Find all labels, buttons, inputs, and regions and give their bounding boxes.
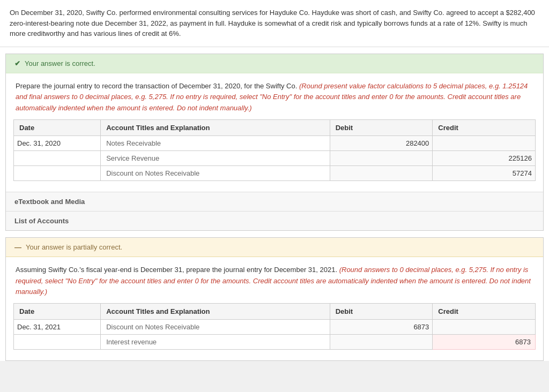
- s2-row1-account-cell[interactable]: [101, 320, 330, 335]
- list-accounts-label[interactable]: List of Accounts: [6, 211, 543, 230]
- s2-col-header-credit: Credit: [433, 304, 536, 320]
- section2-block: — Your answer is partially correct. Assu…: [5, 237, 544, 361]
- section2-status-text: Your answer is partially correct.: [26, 243, 122, 251]
- table-row: 6873: [14, 335, 536, 350]
- s2-row2-account-cell[interactable]: [101, 335, 330, 350]
- problem-statement: On December 31, 2020, Swifty Co. perform…: [0, 0, 549, 47]
- section1-block: ✔ Your answer is correct. Prepare the jo…: [5, 54, 544, 231]
- col-header-debit: Debit: [330, 119, 433, 135]
- row3-date: [14, 165, 101, 180]
- row3-account-input[interactable]: [104, 168, 327, 178]
- row2-account-input[interactable]: [104, 153, 327, 163]
- row1-account-cell[interactable]: [101, 135, 330, 150]
- section2-status-bar: — Your answer is partially correct.: [6, 238, 543, 257]
- partial-icon: —: [14, 243, 21, 251]
- row3-credit-cell: 57274: [433, 165, 536, 180]
- row1-debit-cell: 282400: [330, 135, 433, 150]
- s2-col-header-debit: Debit: [330, 304, 433, 320]
- row1-date: Dec. 31, 2020: [14, 135, 101, 150]
- table-row: 225126: [14, 150, 536, 165]
- etextbook-label[interactable]: eTextbook and Media: [6, 192, 543, 211]
- s2-row1-account-input[interactable]: [104, 322, 327, 332]
- table-row: Dec. 31, 2020 282400: [14, 135, 536, 150]
- row2-date: [14, 150, 101, 165]
- section2-journal-table: Date Account Titles and Explanation Debi…: [13, 303, 536, 350]
- correct-icon: ✔: [14, 59, 20, 67]
- list-accounts-row[interactable]: List of Accounts: [6, 211, 543, 230]
- table-row: 57274: [14, 165, 536, 180]
- s2-row1-debit-cell: 6873: [330, 320, 433, 335]
- row1-account-input[interactable]: [104, 138, 327, 148]
- section1-instruction-plain: Prepare the journal entry to record the …: [16, 82, 297, 90]
- section2-instruction-plain: Assuming Swifty Co.'s fiscal year-end is…: [16, 266, 337, 274]
- page-container: On December 31, 2020, Swifty Co. perform…: [0, 0, 549, 361]
- section1-status-bar: ✔ Your answer is correct.: [6, 54, 543, 73]
- col-header-account: Account Titles and Explanation: [101, 119, 330, 135]
- row3-account-cell[interactable]: [101, 165, 330, 180]
- s2-col-header-account: Account Titles and Explanation: [101, 304, 330, 320]
- s2-row1-credit-cell: [433, 320, 536, 335]
- row3-debit-cell: [330, 165, 433, 180]
- section1-instructions: Prepare the journal entry to record the …: [6, 73, 543, 119]
- s2-row2-date: [14, 335, 101, 350]
- section1-journal-table: Date Account Titles and Explanation Debi…: [13, 119, 536, 181]
- row1-credit-cell: [433, 135, 536, 150]
- col-header-date: Date: [14, 119, 101, 135]
- s2-row2-account-input[interactable]: [104, 337, 327, 347]
- section2-instructions: Assuming Swifty Co.'s fiscal year-end is…: [6, 257, 543, 303]
- section1-status-text: Your answer is correct.: [25, 59, 95, 67]
- etextbook-row[interactable]: eTextbook and Media: [6, 192, 543, 211]
- section2-table-wrapper: Date Account Titles and Explanation Debi…: [6, 303, 543, 360]
- row2-credit-cell: 225126: [433, 150, 536, 165]
- s2-row2-credit-cell: 6873: [433, 335, 536, 350]
- s2-row2-debit-cell: [330, 335, 433, 350]
- s2-row1-date: Dec. 31, 2021: [14, 320, 101, 335]
- table-row: Dec. 31, 2021 6873: [14, 320, 536, 335]
- s2-col-header-date: Date: [14, 304, 101, 320]
- row2-debit-cell: [330, 150, 433, 165]
- section1-table-wrapper: Date Account Titles and Explanation Debi…: [6, 119, 543, 192]
- problem-text: On December 31, 2020, Swifty Co. perform…: [10, 9, 535, 37]
- row2-account-cell[interactable]: [101, 150, 330, 165]
- col-header-credit: Credit: [433, 119, 536, 135]
